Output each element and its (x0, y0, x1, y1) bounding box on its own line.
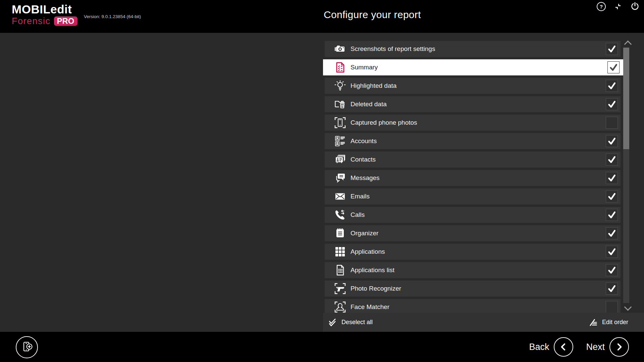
edit-pencil-icon (588, 318, 598, 327)
list-actions-bar: Deselect all Edit order (323, 313, 644, 332)
wizard-navigation: Back Next (529, 337, 629, 357)
chevron-right-icon (609, 337, 629, 357)
report-section-row[interactable]: Calls (325, 207, 621, 223)
applications-icon (334, 246, 346, 258)
edit-order-button[interactable]: Edit order (588, 318, 628, 327)
bottom-navigation-bar: Back Next (0, 332, 644, 362)
report-section-checkbox[interactable] (606, 209, 618, 221)
logo-pro-badge: PRO (54, 16, 77, 26)
accounts-icon (334, 135, 346, 147)
app-header: MOBILedit Forensic PRO Version: 9.0.1.23… (0, 0, 644, 33)
report-section-label: Screenshots of report settings (351, 45, 435, 53)
report-section-row[interactable]: Highlighted data (325, 78, 621, 94)
report-section-checkbox[interactable] (606, 283, 618, 295)
report-section-row[interactable]: Deleted data (325, 96, 621, 112)
report-section-checkbox[interactable] (606, 246, 618, 258)
report-section-label: Contacts (351, 156, 376, 163)
organizer-icon (334, 227, 346, 239)
report-section-row[interactable]: Organizer (325, 225, 621, 241)
report-section-row[interactable]: Summary (323, 59, 624, 75)
logo-forensic: Forensic (12, 17, 51, 26)
next-label: Next (586, 342, 605, 352)
report-section-label: Accounts (351, 137, 377, 145)
app-window: MOBILedit Forensic PRO Version: 9.0.1.23… (0, 0, 644, 362)
report-section-row[interactable]: Screenshots of report settings (325, 41, 621, 57)
report-section-label: Face Matcher (351, 303, 389, 311)
applications-list-icon (334, 264, 346, 276)
report-section-label: Applications (351, 248, 385, 255)
report-section-checkbox[interactable] (606, 43, 618, 55)
version-label: Version: 9.0.1.23854 (64-bit) (84, 14, 141, 19)
captured-phone-icon (334, 117, 346, 129)
lightbulb-icon (334, 80, 346, 92)
report-section-checkbox[interactable] (606, 227, 618, 239)
report-section-row[interactable]: Accounts (325, 133, 621, 149)
help-icon: ? (597, 2, 606, 11)
contacts-icon (334, 154, 346, 166)
report-section-label: Organizer (351, 230, 378, 237)
calls-icon (334, 209, 346, 221)
collapse-window-button[interactable] (614, 3, 622, 10)
report-section-row[interactable]: Emails (325, 188, 621, 204)
scrollbar-thumb[interactable] (623, 48, 629, 149)
report-section-label: Captured phone photos (351, 119, 417, 126)
power-icon (630, 2, 640, 11)
page-title: Configure your report (324, 9, 421, 20)
report-section-row[interactable]: Photo Recognizer (325, 281, 621, 297)
messages-icon (334, 172, 346, 184)
report-section-label: Highlighted data (351, 82, 396, 89)
report-section-row[interactable]: Applications (325, 244, 621, 260)
report-section-checkbox[interactable] (606, 117, 618, 129)
chevron-left-icon (554, 337, 573, 357)
back-button[interactable]: Back (529, 337, 573, 357)
add-phone-button[interactable] (16, 336, 38, 358)
report-section-row[interactable]: Contacts (325, 152, 621, 168)
logo-wordmark: MOBILedit (12, 3, 77, 15)
camera-icon (334, 43, 346, 55)
photo-recognizer-icon (334, 283, 346, 295)
collapse-icon (614, 3, 622, 10)
next-button[interactable]: Next (586, 337, 629, 357)
double-check-icon (328, 318, 337, 327)
report-section-checkbox[interactable] (606, 264, 618, 276)
back-label: Back (529, 342, 549, 352)
summary-report-icon (334, 61, 346, 73)
report-section-label: Summary (351, 64, 378, 71)
scrollbar-track[interactable] (623, 48, 629, 303)
edit-order-label: Edit order (602, 319, 628, 326)
report-section-checkbox[interactable] (606, 98, 618, 110)
report-section-checkbox[interactable] (606, 80, 618, 92)
report-section-row[interactable]: Captured phone photos (325, 115, 621, 131)
report-section-checkbox[interactable] (606, 154, 618, 166)
add-phone-icon (19, 340, 34, 355)
report-section-row[interactable]: Applications list (325, 262, 621, 278)
emails-icon (334, 190, 346, 202)
report-section-checkbox[interactable] (606, 135, 618, 147)
report-sections-list: Screenshots of report settings Summary H… (323, 41, 624, 313)
power-button[interactable] (630, 2, 640, 11)
report-section-checkbox[interactable] (607, 61, 620, 73)
window-controls: ? (597, 1, 640, 11)
report-section-label: Applications list (351, 266, 394, 274)
report-section-label: Deleted data (351, 101, 387, 108)
help-button[interactable]: ? (597, 2, 606, 11)
face-matcher-icon (334, 301, 346, 313)
deselect-all-label: Deselect all (341, 319, 373, 326)
report-section-row[interactable]: Messages (325, 170, 621, 186)
report-section-label: Emails (351, 193, 370, 200)
report-section-checkbox[interactable] (606, 301, 618, 313)
report-section-checkbox[interactable] (606, 190, 618, 202)
report-section-label: Messages (351, 174, 380, 182)
report-section-row[interactable]: Face Matcher (325, 299, 621, 313)
app-logo: MOBILedit Forensic PRO (12, 3, 77, 26)
report-section-label: Photo Recognizer (351, 285, 401, 292)
report-section-checkbox[interactable] (606, 172, 618, 184)
deleted-data-icon (334, 98, 346, 110)
deselect-all-button[interactable]: Deselect all (328, 318, 373, 327)
report-section-label: Calls (351, 211, 365, 219)
